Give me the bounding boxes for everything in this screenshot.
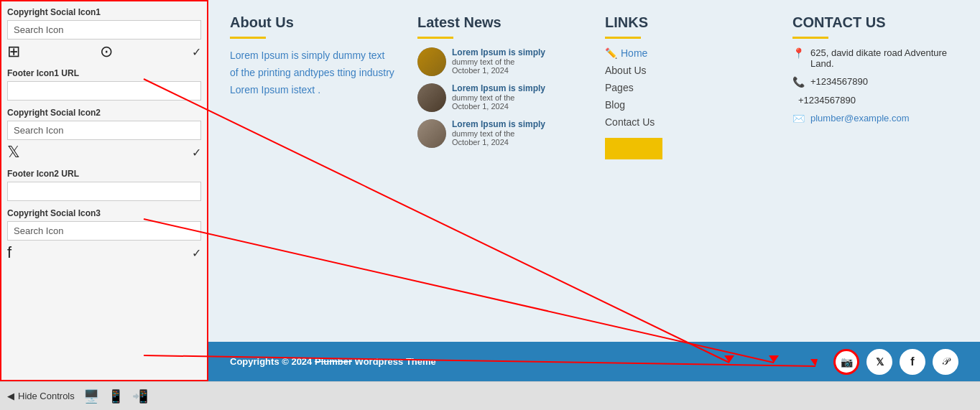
news-text-3: Lorem Ipsum is simply dummy text of the … (452, 119, 545, 146)
latest-news-title: Latest News (417, 14, 583, 31)
footer-section: About Us Lorem Ipsum is simply dummy tex… (208, 0, 980, 342)
news-sub-2: dummy text of the (452, 93, 545, 102)
news-date-1: October 1, 2024 (452, 66, 545, 75)
brand-name: Plumber (315, 356, 352, 367)
contact-title: CONTACT US (792, 14, 958, 31)
icon3-chevron-btn[interactable]: ✓ (192, 246, 201, 260)
links-col: LINKS ✏️ Home About Us Pages Blog Contac… (605, 14, 771, 327)
social-icon1-group: Copyright Social Icon1 ⊞ ⊙ ✓ (7, 7, 201, 61)
bottom-toolbar: ◀ Hide Controls 🖥️ 📱 📲 (0, 381, 980, 410)
pencil-icon: ✏️ (605, 47, 617, 59)
latest-news-underline (417, 37, 453, 39)
copyright-text: Copyrights © 2024 Plumber Wordpress Them… (230, 356, 436, 367)
social-icon3-row: f ✓ (7, 243, 201, 262)
news-headline-1: Lorem Ipsum is simply (452, 47, 545, 57)
footer-icon1-url-group: Footer Icon1 URL (7, 68, 201, 101)
hide-controls-label: Hide Controls (18, 391, 75, 401)
social-icon1-input[interactable] (7, 20, 201, 39)
copyright-year: Copyrights © 2024 (230, 356, 312, 367)
contact-phone2-item: +1234567890 (792, 95, 958, 106)
social-icon2-row: 𝕏 ✓ (7, 143, 201, 162)
news-item-1: Lorem Ipsum is simply dummy text of the … (417, 47, 583, 76)
contact-address: 625, david dikate road Adventure Land. (810, 47, 958, 69)
mobile-icon[interactable]: 📲 (132, 388, 148, 404)
link-about[interactable]: About Us (605, 65, 771, 76)
news-headline-3: Lorem Ipsum is simply (452, 119, 545, 129)
news-item-3: Lorem Ipsum is simply dummy text of the … (417, 119, 583, 148)
news-sub-1: dummy text of the (452, 57, 545, 66)
social-icon3-input[interactable] (7, 221, 201, 241)
link-home[interactable]: ✏️ Home (605, 47, 771, 59)
page-wrapper: Copyright Social Icon1 ⊞ ⊙ ✓ Footer Icon… (0, 0, 980, 410)
social-facebook-btn[interactable]: f (900, 349, 925, 375)
right-content: About Us Lorem Ipsum is simply dummy tex… (208, 0, 980, 381)
icon1-chevron-btn[interactable]: ✓ (192, 45, 201, 59)
about-us-underline (230, 37, 266, 39)
twitter-icon: 𝕏 (7, 143, 20, 162)
news-sub-3: dummy text of the (452, 129, 545, 138)
social-twitter-btn[interactable]: 𝕏 (866, 349, 892, 375)
hide-controls-button[interactable]: ◀ Hide Controls (7, 391, 75, 401)
links-underline (605, 37, 641, 39)
about-us-text: Lorem Ipsum is simply dummy text of the … (230, 47, 396, 98)
instagram-social-icon: 📷 (841, 356, 853, 368)
social-icon1-row: ⊞ ⊙ ✓ (7, 42, 201, 61)
social-icon2-group: Copyright Social Icon2 𝕏 ✓ (7, 108, 201, 162)
news-thumb-3 (417, 119, 446, 148)
about-us-col: About Us Lorem Ipsum is simply dummy tex… (230, 14, 396, 327)
yellow-button[interactable] (605, 138, 662, 159)
twitter-social-icon: 𝕏 (876, 356, 884, 368)
contact-phone2: +1234567890 (798, 95, 856, 106)
instagram-icon: ⊞ (7, 42, 20, 61)
footer-icon2-url-label: Footer Icon2 URL (7, 169, 201, 179)
social-icon1-label: Copyright Social Icon1 (7, 7, 201, 17)
footer-icon2-url-input[interactable] (7, 182, 201, 201)
contact-email-item: ✉️ plumber@example.com (792, 113, 958, 124)
bottom-bar: Copyrights © 2024 Plumber Wordpress Them… (208, 342, 980, 381)
tablet-icon[interactable]: 📱 (108, 388, 124, 404)
copyright-suffix: Wordpress Theme (355, 356, 436, 367)
footer-icon1-url-label: Footer Icon1 URL (7, 68, 201, 78)
link-contact[interactable]: Contact Us (605, 116, 771, 128)
news-item-2: Lorem Ipsum is simply dummy text of the … (417, 83, 583, 112)
links-list: ✏️ Home About Us Pages Blog Contact Us (605, 47, 771, 128)
phone-icon: 📞 (792, 76, 805, 88)
social-icon2-input[interactable] (7, 121, 201, 140)
news-text-1: Lorem Ipsum is simply dummy text of the … (452, 47, 545, 75)
social-icon2-label: Copyright Social Icon2 (7, 108, 201, 118)
contact-col: CONTACT US 📍 625, david dikate road Adve… (792, 14, 958, 327)
news-date-2: October 1, 2024 (452, 102, 545, 111)
link-blog[interactable]: Blog (605, 99, 771, 111)
contact-email: plumber@example.com (810, 113, 909, 124)
desktop-icon[interactable]: 🖥️ (83, 388, 99, 404)
latest-news-col: Latest News Lorem Ipsum is simply dummy … (417, 14, 583, 327)
email-icon: ✉️ (792, 113, 805, 124)
icon2-chevron-btn[interactable]: ✓ (192, 146, 201, 159)
news-headline-2: Lorem Ipsum is simply (452, 83, 545, 93)
arrow-left-icon: ◀ (7, 391, 14, 401)
news-thumb-1 (417, 47, 446, 76)
contact-phone1: +1234567890 (810, 76, 868, 87)
contact-address-item: 📍 625, david dikate road Adventure Land. (792, 47, 958, 69)
news-text-2: Lorem Ipsum is simply dummy text of the … (452, 83, 545, 111)
instagram-icon-circle: ⊙ (100, 42, 113, 61)
social-pinterest-btn[interactable]: 𝒫 (933, 349, 958, 375)
news-thumb-2 (417, 83, 446, 112)
about-us-title: About Us (230, 14, 396, 31)
inner-layout: Copyright Social Icon1 ⊞ ⊙ ✓ Footer Icon… (0, 0, 980, 410)
social-icon3-label: Copyright Social Icon3 (7, 208, 201, 218)
facebook-social-icon: f (910, 355, 914, 368)
contact-underline (792, 37, 828, 39)
pinterest-social-icon: 𝒫 (942, 355, 949, 368)
footer-icon1-url-input[interactable] (7, 81, 201, 101)
footer-icon2-url-group: Footer Icon2 URL (7, 169, 201, 201)
contact-phone1-item: 📞 +1234567890 (792, 76, 958, 88)
location-icon: 📍 (792, 47, 805, 59)
left-panel: Copyright Social Icon1 ⊞ ⊙ ✓ Footer Icon… (0, 0, 208, 381)
news-date-3: October 1, 2024 (452, 138, 545, 146)
main-content: Copyright Social Icon1 ⊞ ⊙ ✓ Footer Icon… (0, 0, 980, 381)
link-pages[interactable]: Pages (605, 82, 771, 93)
facebook-icon: f (7, 243, 11, 262)
social-icons-bar: 📷 𝕏 f 𝒫 (833, 349, 958, 375)
social-instagram-btn[interactable]: 📷 (833, 349, 859, 375)
